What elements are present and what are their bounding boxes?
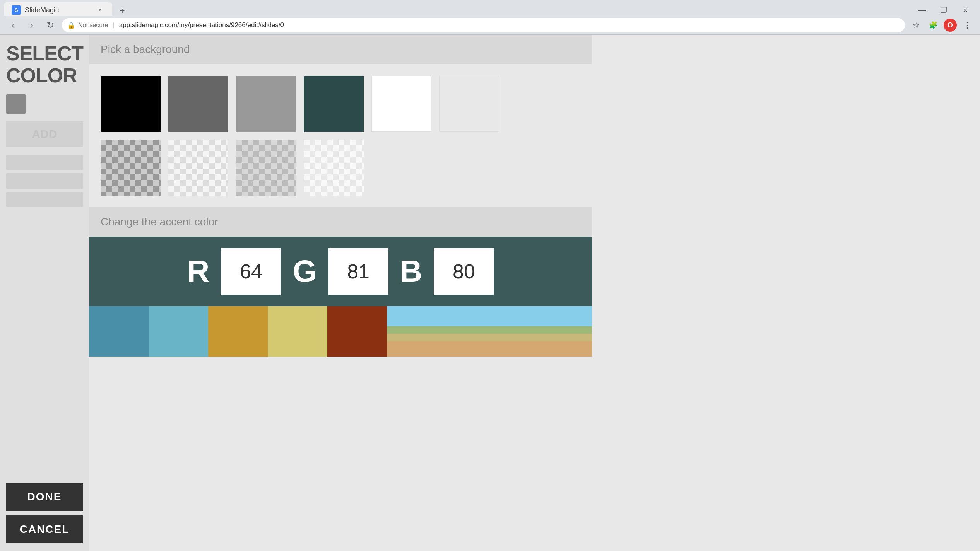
background-section-header: Pick a background xyxy=(89,35,592,64)
palette-teal-light[interactable] xyxy=(149,306,208,357)
color-label: COLOR xyxy=(6,65,83,87)
r-label: R xyxy=(187,254,210,289)
palette-brown-red[interactable] xyxy=(327,306,387,357)
browser-chrome: S SlideMagic × + — ❐ × ‹ › ↻ 🔒 Not secur… xyxy=(0,0,980,35)
b-label: B xyxy=(400,254,422,289)
sidebar-item-1 xyxy=(6,155,83,170)
swatch-gap3 xyxy=(296,76,304,132)
active-tab[interactable]: S SlideMagic × xyxy=(4,2,112,18)
not-secure-label: Not secure xyxy=(78,22,108,29)
add-button[interactable]: ADD xyxy=(6,121,83,147)
swatch-checker-light[interactable] xyxy=(168,140,228,196)
color-grid-row2 xyxy=(89,132,592,207)
swatch-gap xyxy=(161,76,168,132)
reload-button[interactable]: ↻ xyxy=(43,18,57,32)
window-close-button[interactable]: × xyxy=(958,3,972,17)
swatch-white[interactable] xyxy=(371,76,431,132)
separator: | xyxy=(113,21,114,29)
color-grid-row1 xyxy=(89,64,592,132)
rgb-picker: R G B xyxy=(89,237,592,306)
color-preview-row xyxy=(6,94,83,114)
swatch-dark-gray[interactable] xyxy=(168,76,228,132)
action-buttons: DONE CANCEL xyxy=(6,483,83,543)
palette-gold[interactable] xyxy=(208,306,268,357)
tab-bar: S SlideMagic × + — ❐ × xyxy=(0,0,980,18)
restore-button[interactable]: ❐ xyxy=(937,3,951,17)
swatch-checker-very-light[interactable] xyxy=(304,140,364,196)
forward-button[interactable]: › xyxy=(25,18,39,32)
sidebar-item-3 xyxy=(6,192,83,207)
select-color-heading: SELECT COLOR xyxy=(6,43,83,87)
tab-favicon: S xyxy=(12,5,21,15)
accent-section-header: Change the accent color xyxy=(89,207,592,237)
swatch-black[interactable] xyxy=(101,76,161,132)
extensions-icon[interactable]: 🧩 xyxy=(927,19,940,32)
painting-preview[interactable] xyxy=(387,306,592,357)
swatch-dark-teal[interactable] xyxy=(304,76,364,132)
minimize-button[interactable]: — xyxy=(915,3,929,17)
palette-teal-dark[interactable] xyxy=(89,306,149,357)
done-button[interactable]: DONE xyxy=(6,483,83,511)
b-input[interactable] xyxy=(434,248,494,295)
swatch-light-gray[interactable] xyxy=(439,76,499,132)
swatch-mid-gray[interactable] xyxy=(236,76,296,132)
browser-toolbar: ‹ › ↻ 🔒 Not secure | app.slidemagic.com/… xyxy=(0,16,980,34)
swatch-gap2 xyxy=(228,76,236,132)
current-color-preview xyxy=(6,94,26,114)
swatch-gap4 xyxy=(364,76,371,132)
bookmark-icon[interactable]: ☆ xyxy=(910,19,923,32)
tab-close-button[interactable]: × xyxy=(96,6,104,14)
palette-strip xyxy=(89,306,592,357)
url-text: app.slidemagic.com/my/presentations/9266… xyxy=(119,21,284,29)
r-input[interactable] xyxy=(221,248,281,295)
back-button[interactable]: ‹ xyxy=(6,18,20,32)
painting-image xyxy=(387,306,592,357)
select-label: SELECT xyxy=(6,43,83,65)
toolbar-right: ☆ 🧩 O ⋮ xyxy=(910,19,974,32)
g-label: G xyxy=(292,254,316,289)
swatch-checker-mid[interactable] xyxy=(236,140,296,196)
lock-icon: 🔒 xyxy=(67,22,75,29)
g-input[interactable] xyxy=(328,248,388,295)
browser-menu-button[interactable]: ⋮ xyxy=(961,19,974,32)
left-sidebar: SELECT COLOR ADD DONE CANCEL xyxy=(0,35,89,551)
sidebar-item-2 xyxy=(6,173,83,189)
user-avatar[interactable]: O xyxy=(944,19,957,32)
cancel-button[interactable]: CANCEL xyxy=(6,515,83,543)
address-bar[interactable]: 🔒 Not secure | app.slidemagic.com/my/pre… xyxy=(62,18,905,32)
app-container: SELECT COLOR ADD DONE CANCEL Pick a back… xyxy=(0,35,980,551)
swatch-checker-dark[interactable] xyxy=(101,140,161,196)
swatch-gap5 xyxy=(431,76,439,132)
tab-title: SlideMagic xyxy=(25,6,59,14)
sidebar-items xyxy=(6,155,83,207)
palette-yellow-light[interactable] xyxy=(268,306,327,357)
main-content: Pick a background Change the acc xyxy=(89,35,980,551)
